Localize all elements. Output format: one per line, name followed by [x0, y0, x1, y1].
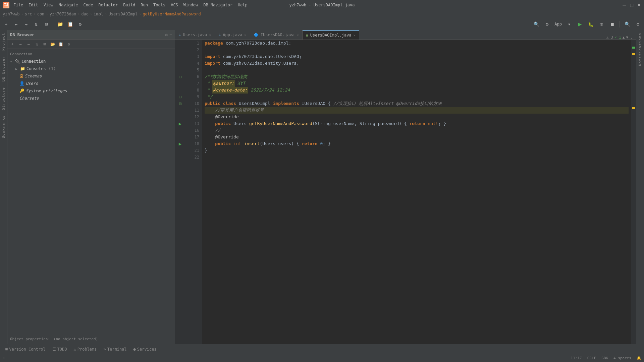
menu-run[interactable]: Run — [141, 3, 148, 7]
panel-header-icons[interactable]: ⚙ — — [165, 33, 172, 37]
search-button[interactable]: 🔍 — [532, 19, 541, 29]
panel-minimize-icon[interactable]: — — [170, 33, 172, 37]
coverage-button[interactable]: ◫ — [597, 19, 606, 29]
consoles-arrow[interactable]: ▶ — [15, 67, 19, 71]
structure-tab[interactable]: Structure — [0, 84, 7, 113]
tab-close-iusersdao[interactable]: × — [297, 33, 299, 37]
tab-close-app[interactable]: × — [244, 33, 247, 37]
tree-connection-item[interactable]: ▾ 🔌 Connection — [7, 58, 175, 65]
maximize-button[interactable]: □ — [629, 3, 634, 7]
run-button[interactable]: ▶ — [575, 19, 585, 29]
global-settings-button[interactable]: ⚙ — [633, 19, 643, 29]
menu-window[interactable]: Window — [183, 3, 198, 7]
services-tab[interactable]: ● Services — [131, 346, 159, 353]
breadcrumb-src[interactable]: src — [25, 12, 32, 16]
menu-refactor[interactable]: Refactor — [98, 3, 118, 7]
db-browser-tab[interactable]: DB Browser — [0, 53, 7, 84]
terminal-tab[interactable]: > Terminal — [101, 346, 129, 353]
todo-label: TODO — [57, 347, 67, 352]
gutter-10: ⊟ — [175, 100, 185, 107]
tab-users-java[interactable]: ☕ Users.java × — [175, 30, 215, 40]
menu-bar[interactable]: File Edit View Navigate Code Refactor Bu… — [13, 3, 248, 7]
breadcrumb-method[interactable]: getByUserNameAndPassword — [143, 12, 201, 16]
debug-button[interactable]: 🐛 — [586, 19, 595, 29]
nav-up-button[interactable]: ▲ — [623, 35, 625, 40]
breadcrumb-class[interactable]: UsersDAOImpl — [108, 12, 138, 16]
fwd-btn[interactable]: → — [25, 41, 32, 48]
close-button[interactable]: ✕ — [637, 3, 641, 7]
breadcrumb-sep: › — [46, 12, 48, 16]
toolbar-filter-button[interactable]: ⊟ — [42, 19, 51, 29]
menu-vcs[interactable]: VCS — [171, 3, 178, 7]
breadcrumb-impl[interactable]: impl — [94, 12, 103, 16]
tree-expand-icon[interactable]: ▾ — [10, 60, 13, 63]
app-label: App — [553, 22, 563, 26]
object-props-label: Object properties: — [10, 337, 50, 341]
menu-build[interactable]: Build — [123, 3, 135, 7]
tree-schemas-item[interactable]: 🗄 Schemas — [7, 72, 175, 80]
menu-tools[interactable]: Tools — [153, 3, 165, 7]
tab-close-users[interactable]: × — [209, 33, 211, 37]
folder-btn[interactable]: 📂 — [49, 41, 56, 48]
bookmarks-tab[interactable]: Bookmarks — [0, 113, 7, 141]
tab-app-java[interactable]: ☕ App.java × — [215, 30, 250, 40]
minimize-button[interactable]: — — [622, 3, 627, 7]
more-options-button[interactable]: ⋮ — [630, 35, 633, 40]
breadcrumb-pkg[interactable]: yzh70723dao — [50, 12, 76, 16]
gutter-warning-1 — [632, 53, 635, 55]
nav-down-button[interactable]: ▼ — [626, 35, 628, 40]
add-connection-button[interactable]: + — [9, 41, 16, 48]
toolbar-add-button[interactable]: + — [1, 19, 11, 29]
tab-iusersdao-java[interactable]: 🔷 IUsersDAO.java × — [250, 30, 303, 40]
tree-users-item[interactable]: 👤 Users — [7, 80, 175, 87]
todo-tab[interactable]: ☰ TODO — [50, 346, 70, 353]
menu-code[interactable]: Code — [84, 3, 93, 7]
encoding[interactable]: GBK — [601, 356, 608, 360]
stop-button[interactable]: ⏹ — [607, 19, 617, 29]
version-control-tab[interactable]: ⊞ Version Control — [3, 346, 48, 353]
menu-edit[interactable]: Edit — [29, 3, 38, 7]
sync-btn[interactable]: ⇅ — [33, 41, 40, 48]
toolbar-folder-button[interactable]: 📁 — [55, 19, 65, 29]
problems-tab[interactable]: ⚠ Problems — [71, 346, 100, 353]
panel-settings-icon[interactable]: ⚙ — [165, 33, 168, 37]
menu-navigate[interactable]: Navigate — [59, 3, 78, 7]
tab-close-usersdaoimpl[interactable]: × — [354, 33, 356, 38]
menu-view[interactable]: View — [44, 3, 53, 7]
indent-setting[interactable]: 4 spaces — [613, 356, 631, 360]
run-config-dropdown[interactable]: ▾ — [565, 19, 574, 29]
global-search-button[interactable]: 🔍 — [623, 19, 632, 29]
tab-usersdaoimpl-java[interactable]: ◼ UsersDAOImpl.java × — [303, 30, 360, 40]
tree-sysprivs-item[interactable]: 🔑 System privileges — [7, 87, 175, 95]
code-editor[interactable]: package com.yzh70723dao.dao.impl; import… — [202, 40, 631, 344]
toolbar-sync-button[interactable]: ⇅ — [32, 19, 41, 29]
menu-file[interactable]: File — [13, 3, 23, 7]
back-btn[interactable]: ← — [17, 41, 24, 48]
tree-consoles-item[interactable]: ▶ 📁 Consoles (1) — [7, 65, 175, 72]
toolbar-copy-button[interactable]: 📋 — [65, 19, 75, 29]
menu-help[interactable]: Help — [238, 3, 248, 7]
tab-label-app: App.java — [223, 33, 242, 37]
breadcrumb-project[interactable]: yzh7wwb — [3, 12, 20, 16]
menu-db-navigator[interactable]: DB Navigator — [203, 3, 232, 7]
window-controls[interactable]: — □ ✕ — [622, 3, 641, 7]
line-ending[interactable]: CRLF — [587, 356, 596, 360]
gutter-13[interactable]: ▶ — [175, 120, 185, 127]
filter-btn[interactable]: ⊟ — [41, 41, 48, 48]
breadcrumb-dao[interactable]: dao — [81, 12, 89, 16]
toolbar-back-button[interactable]: ← — [11, 19, 21, 29]
copy-btn[interactable]: 📋 — [57, 41, 64, 48]
toolbar-forward-button[interactable]: → — [21, 19, 31, 29]
settings-button[interactable]: ⚙ — [542, 19, 552, 29]
toolbar-settings-button[interactable]: ⚙ — [75, 19, 85, 29]
config-btn[interactable]: ⚙ — [65, 41, 72, 48]
editor-content[interactable]: ⊟ ⊟ ⊟ ▶ ▶ 1 2 — [175, 40, 636, 344]
project-tab[interactable]: Project — [0, 30, 7, 53]
gutter-7 — [175, 80, 185, 87]
gutter-18[interactable]: ▶ — [175, 140, 185, 147]
notifications-label[interactable]: Notifications — [637, 30, 644, 69]
breadcrumb-com[interactable]: com — [37, 12, 45, 16]
services-label: Services — [137, 347, 157, 352]
panel-title: DB Browser — [10, 33, 34, 37]
tree-charsets-item[interactable]: Charsets — [7, 95, 175, 102]
